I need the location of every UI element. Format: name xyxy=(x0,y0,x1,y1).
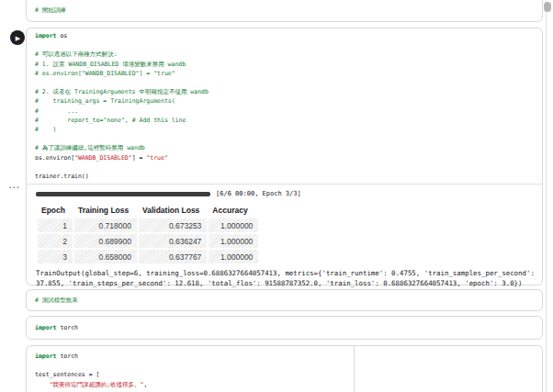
cell-start-training: # 開始訓練 xyxy=(26,0,543,22)
code-editor[interactable]: import torch xyxy=(27,317,542,332)
code-editor[interactable]: import torch test_sentences = [ "我覺得這門課超… xyxy=(27,346,542,389)
scrollbar-thumb[interactable] xyxy=(544,2,551,12)
progress-row: [6/6 00:00, Epoch 3/3] xyxy=(36,188,542,199)
notebook: # 開始訓練 ▶ import os # 可以透過以下兩種方式解決:# 1. 設… xyxy=(0,0,553,392)
play-icon: ▶ xyxy=(16,35,20,41)
code-editor[interactable]: import os # 可以透過以下兩種方式解決:# 1. 設置 WANDB_D… xyxy=(27,28,542,185)
metrics-table: EpochTraining LossValidation LossAccurac… xyxy=(36,202,260,265)
scrollbar-track[interactable] xyxy=(546,0,547,392)
code-editor[interactable]: # 開始訓練 xyxy=(27,0,542,18)
cell-import-torch: import torch xyxy=(26,316,543,340)
cell-wandb-train: import os # 可以透過以下兩種方式解決:# 1. 設置 WANDB_D… xyxy=(26,28,543,286)
cell-test-model-comment: # 測試模型效果 xyxy=(26,289,543,311)
table-row: 10.7180000.6732531.000000 xyxy=(38,218,258,232)
progress-label: [6/6 00:00, Epoch 3/3] xyxy=(216,190,301,197)
cell-test-sentences: import torch test_sentences = [ "我覺得這門課超… xyxy=(26,345,543,392)
table-row: 30.6580000.6377671.000000 xyxy=(38,250,258,263)
table-row: 20.6899000.6362471.000000 xyxy=(38,234,258,248)
train-output-text: TrainOutput(global_step=6, training_loss… xyxy=(36,269,539,288)
code-editor[interactable]: # 測試模型效果 xyxy=(27,290,542,305)
run-cell-button[interactable]: ▶ xyxy=(10,30,25,45)
output-options-button[interactable]: ⋯ xyxy=(8,181,19,194)
output-area: [6/6 00:00, Epoch 3/3] EpochTraining Los… xyxy=(27,185,542,288)
progress-bar xyxy=(36,192,210,196)
panel-divider xyxy=(354,346,355,392)
